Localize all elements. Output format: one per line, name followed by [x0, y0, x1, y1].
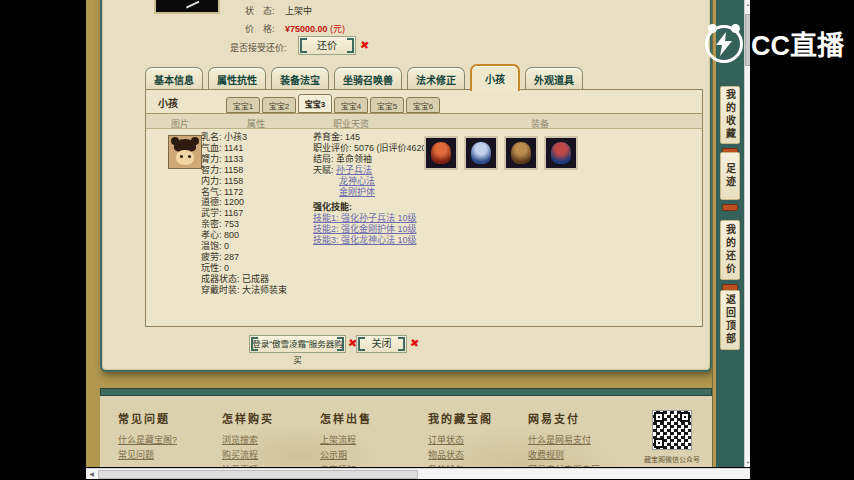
- skill-link[interactable]: 技能3: 强化龙神心法 10级: [313, 235, 417, 245]
- status-row: 状 态: 上架中: [245, 4, 312, 17]
- footer-column-title: 我的藏宝阁: [428, 410, 493, 426]
- qr-caption: 藏宝阁微信公众号: [624, 454, 720, 464]
- wechat-qr-code: [652, 410, 692, 450]
- footer-link[interactable]: 浏览搜索: [222, 433, 274, 448]
- bargain-button[interactable]: 还价: [298, 36, 356, 55]
- vertical-scrollbar[interactable]: ▲ ▼: [744, 0, 750, 467]
- footer-link[interactable]: 公示期: [320, 448, 372, 463]
- column-header: 属性: [247, 117, 265, 130]
- status-value: 上架中: [285, 6, 312, 16]
- close-button[interactable]: 关闭: [356, 335, 407, 353]
- item-art: [471, 142, 491, 164]
- skill-link[interactable]: 技能1: 强化孙子兵法 10级: [313, 213, 417, 223]
- stat-line: 内力: 1158: [201, 176, 287, 187]
- baby-tab[interactable]: 宝宝4: [334, 97, 368, 113]
- horizontal-scrollbar-thumb[interactable]: [98, 470, 418, 479]
- career-line: 龙神心法: [313, 176, 463, 187]
- item-art: [511, 142, 531, 164]
- stat-line: 玩性: 0: [201, 263, 287, 274]
- footer-link[interactable]: 我的钱包: [428, 463, 493, 467]
- login-buy-button[interactable]: 登录“傲雪凌霜”服务器购买: [249, 335, 346, 353]
- baby-tab[interactable]: 宝宝5: [370, 97, 404, 113]
- main-tab[interactable]: 外观道具: [525, 67, 583, 91]
- sidebar-button[interactable]: 我的还价: [720, 220, 740, 280]
- red-cross-stamp-icon: ✖: [359, 38, 370, 52]
- stat-line: 孝心: 800: [201, 230, 287, 241]
- stat-line: 亲密: 753: [201, 219, 287, 230]
- footer-link[interactable]: 购买流程: [222, 448, 274, 463]
- stat-line: 智力: 1158: [201, 165, 287, 176]
- floating-sidebar: 我的收藏足迹我的还价返回顶部: [712, 0, 744, 467]
- baby-tab[interactable]: 宝宝1: [226, 97, 260, 113]
- footer-column-title: 常见问题: [118, 410, 177, 426]
- red-cross-stamp-icon: ✖: [409, 336, 420, 350]
- scroll-up-icon[interactable]: ▲: [745, 2, 750, 7]
- main-tab[interactable]: 小孩: [470, 64, 520, 91]
- footer-link[interactable]: 什么是藏宝阁?: [118, 433, 177, 448]
- stat-line: 成器状态: 已成器: [201, 274, 287, 285]
- footer-link[interactable]: 上架流程: [320, 433, 372, 448]
- column-header: 职业天资: [333, 117, 369, 130]
- sidebar-button[interactable]: 足迹: [720, 152, 740, 200]
- scroll-down-icon[interactable]: ▼: [745, 460, 750, 465]
- skill-link[interactable]: 孙子兵法: [336, 165, 372, 175]
- blue-dress-icon[interactable]: [464, 136, 498, 170]
- table-header-row: 图片属性职业天资装备: [146, 113, 702, 129]
- footer-link[interactable]: 什么是网易支付: [528, 433, 600, 448]
- career-line: 强化技能:: [313, 202, 463, 213]
- career-text: 职业评价: 5076 (旧评价4620): [313, 143, 430, 153]
- footer-column: 怎样购买浏览搜索购买流程注意事项: [222, 410, 274, 467]
- footer-divider-bar: [100, 388, 712, 396]
- scroll-left-icon[interactable]: ◀: [86, 469, 97, 480]
- blue-boots-icon[interactable]: [544, 136, 578, 170]
- baby-tab[interactable]: 宝宝6: [406, 97, 440, 113]
- footer-link[interactable]: 常见问题: [118, 448, 177, 463]
- column-header: 图片: [171, 117, 189, 130]
- item-detail-dialog: 状 态: 上架中 价 格: ¥75000.00 (元) 是否接受还价: 还价 ✖…: [100, 0, 712, 372]
- sidebar-button[interactable]: 返回顶部: [720, 290, 740, 350]
- main-tab[interactable]: 装备法宝: [271, 67, 329, 91]
- main-tab[interactable]: 基本信息: [145, 67, 203, 91]
- red-robe-icon[interactable]: [424, 136, 458, 170]
- child-stats-list: 乳名: 小孩3气血: 1141膂力: 1133智力: 1158内力: 1158名…: [201, 132, 287, 296]
- stat-line: 气血: 1141: [201, 143, 287, 154]
- footer-column-title: 怎样出售: [320, 410, 372, 426]
- site-footer: 藏宝阁微信公众号 常见问题什么是藏宝阁?常见问题怎样购买浏览搜索购买流程注意事项…: [100, 388, 712, 467]
- stat-line: 穿戴时装: 大法师装束: [201, 285, 287, 296]
- leaf-fan-icon[interactable]: [504, 136, 538, 170]
- footer-links-area: 藏宝阁微信公众号 常见问题什么是藏宝阁?常见问题怎样购买浏览搜索购买流程注意事项…: [100, 396, 712, 467]
- skill-link[interactable]: 金刚护体: [339, 187, 375, 197]
- main-tab[interactable]: 属性抗性: [208, 67, 266, 91]
- footer-link[interactable]: 卖家须知: [320, 463, 372, 467]
- footer-column: 怎样出售上架流程公示期卖家须知: [320, 410, 372, 467]
- baby-tab[interactable]: 宝宝3: [298, 94, 332, 113]
- item-screenshot-thumbnail: [154, 0, 220, 14]
- cc-logo-icon: [705, 25, 743, 63]
- price-unit: (元): [330, 24, 345, 34]
- footer-column: 常见问题什么是藏宝阁?常见问题: [118, 410, 177, 463]
- skill-link[interactable]: 龙神心法: [339, 176, 375, 186]
- career-line: 金刚护体: [313, 187, 463, 198]
- footer-link[interactable]: 物品状态: [428, 448, 493, 463]
- footer-link[interactable]: 注意事项: [222, 463, 274, 467]
- stat-line: 名气: 1172: [201, 187, 287, 198]
- horizontal-scrollbar[interactable]: ◀: [86, 468, 750, 479]
- footer-column: 网易支付什么是网易支付收费规则网易支付客服专区: [528, 410, 600, 467]
- main-tab[interactable]: 坐骑召唤兽: [334, 67, 402, 91]
- video-frame: 状 态: 上架中 价 格: ¥75000.00 (元) 是否接受还价: 还价 ✖…: [0, 0, 854, 480]
- stat-line: 武学: 1167: [201, 208, 287, 219]
- footer-link[interactable]: 网易支付客服专区: [528, 463, 600, 467]
- footer-link[interactable]: 收费规则: [528, 448, 600, 463]
- footer-link[interactable]: 订单状态: [428, 433, 493, 448]
- skill-link[interactable]: 技能2: 强化金刚护体 10级: [313, 224, 417, 234]
- bargain-label: 是否接受还价:: [230, 41, 287, 54]
- price-label: 价 格:: [245, 24, 275, 34]
- main-tab[interactable]: 法术修正: [407, 67, 465, 91]
- baby-tab-bar: 宝宝1宝宝2宝宝3宝宝4宝宝5宝宝6: [226, 94, 440, 113]
- sidebar-button[interactable]: 我的收藏: [720, 86, 740, 144]
- baby-tab[interactable]: 宝宝2: [262, 97, 296, 113]
- status-label: 状 态:: [245, 6, 275, 16]
- career-text: 强化技能:: [313, 202, 352, 212]
- stat-line: 疲劳: 287: [201, 252, 287, 263]
- career-line: 技能1: 强化孙子兵法 10级: [313, 213, 463, 224]
